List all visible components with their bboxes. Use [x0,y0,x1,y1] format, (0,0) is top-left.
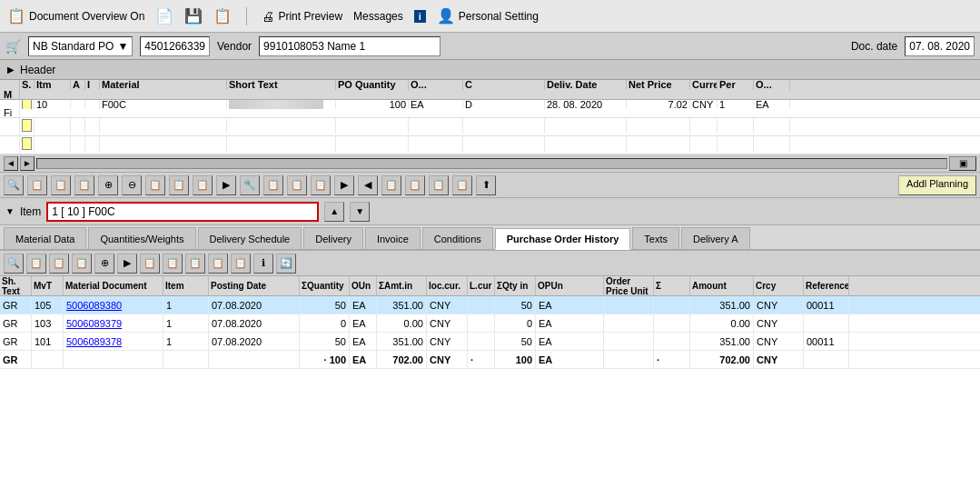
hrow2-mvt: 103 [32,314,64,332]
po-type-dropdown[interactable]: NB Standard PO ▼ [28,36,133,56]
header-expand-icon[interactable]: ▶ [7,65,15,75]
item-input-value: 1 [ 10 ] F00C [52,205,114,218]
scroll-track[interactable] [36,158,947,169]
table-scrollbar[interactable]: ◄ ► ▣ [0,154,980,173]
tab-delivery-schedule[interactable]: Delivery Schedule [198,227,302,249]
personal-setting-label: Personal Setting [459,10,539,23]
personal-setting-icon: 👤 [437,7,455,25]
hrow3-oun: EA [350,333,377,350]
hrow1-doc-link[interactable]: 5006089380 [66,300,122,311]
toolbar-btn-8[interactable]: 📋 [169,175,189,195]
header-section-text: Header [20,64,55,76]
info-btn[interactable]: i [414,10,426,23]
toolbar-btn-2[interactable]: 📋 [27,175,47,195]
hist-btn-7[interactable]: 📋 [140,254,160,274]
toolbar-btn-13[interactable]: 📋 [287,175,307,195]
toolbar-btn-14[interactable]: 📋 [311,175,331,195]
po-type-value: NB Standard PO [33,40,114,53]
hist-btn-3[interactable]: 📋 [49,254,69,274]
tab-delivery[interactable]: Delivery [303,227,363,249]
hist-btn-4[interactable]: 📋 [72,254,92,274]
toolbar-btn-4[interactable]: 📋 [74,175,94,195]
new-doc-btn[interactable]: 📄 [155,7,173,25]
doc-date-field[interactable]: 07. 08. 2020 [905,36,975,56]
hrowt-doc [64,351,163,368]
hist-btn-13[interactable]: 🔄 [276,254,296,274]
toolbar-btn-18[interactable]: 📋 [405,175,425,195]
addl-planning-btn[interactable]: Addl Planning [898,175,976,195]
tab-invoice[interactable]: Invoice [365,227,421,249]
hrow2-qty2: 0 [495,314,536,332]
hist-btn-12[interactable]: ℹ [253,254,273,274]
toolbar-btn-17[interactable]: 📋 [381,175,401,195]
doc-overview-btn[interactable]: 📋 Document Overview On [7,7,144,25]
hist-btn-10[interactable]: 📋 [208,254,228,274]
row-deliv-date: 28. 08. 2020 [545,100,627,109]
tab-quantities-weights[interactable]: Quantities/Weights [88,227,195,249]
hrow1-ref: 00011 [804,296,849,314]
toolbar-btn-15[interactable]: ▶ [334,175,354,195]
tabs-row: Material Data Quantities/Weights Deliver… [0,225,980,251]
hrow3-ref: 00011 [804,333,849,350]
tab-conditions[interactable]: Conditions [422,227,493,249]
item-up-btn[interactable]: ▲ [324,202,344,222]
hrowt-sh: GR [0,351,32,368]
hrow3-item: 1 [163,333,209,350]
history-row-2[interactable]: GR 103 5006089379 1 07.08.2020 0 EA 0.00… [0,314,980,333]
separator-1 [246,7,247,25]
toolbar-btn-19[interactable]: 📋 [429,175,449,195]
toolbar-btn-6[interactable]: ⊖ [122,175,142,195]
toolbar-btn-3[interactable]: 📋 [51,175,71,195]
hist-btn-9[interactable]: 📋 [185,254,205,274]
scroll-right-btn[interactable]: ► [20,156,35,171]
scroll-handle[interactable]: ▣ [949,156,976,171]
save-btn[interactable]: 💾 [184,7,203,25]
hist-btn-8[interactable]: 📋 [163,254,183,274]
vendor-field[interactable]: 9910108053 Name 1 [259,36,441,56]
messages-btn[interactable]: Messages [353,10,403,23]
hrowt-orderpu [604,351,654,368]
scroll-left-btn[interactable]: ◄ [4,156,18,171]
hist-btn-6[interactable]: ▶ [117,254,137,274]
toolbar-btn-20[interactable]: 📋 [452,175,472,195]
toolbar-btn-21[interactable]: ⬆ [476,175,496,195]
hrow3-loccur: CNY [427,333,468,350]
hist-btn-11[interactable]: 📋 [231,254,251,274]
copy-btn[interactable]: 📋 [213,7,232,25]
toolbar-btn-16[interactable]: ◀ [358,175,378,195]
toolbar-btn-10[interactable]: ▶ [216,175,236,195]
item-expand-icon[interactable]: ▼ [5,206,15,216]
messages-label: Messages [353,10,403,23]
personal-setting-btn[interactable]: 👤 Personal Setting [437,7,539,25]
toolbar-btn-1[interactable]: 🔍 [4,175,24,195]
item-input-field[interactable]: 1 [ 10 ] F00C [46,202,319,222]
hist-btn-2[interactable]: 📋 [26,254,46,274]
doc-overview-label: Document Overview On [29,10,144,23]
toolbar-btn-7[interactable]: 📋 [145,175,165,195]
hrowt-opun: EA [536,351,604,368]
tab-material-data[interactable]: Material Data [4,227,86,249]
cart-icon: 🛒 [5,39,21,54]
item-down-btn[interactable]: ▼ [350,202,370,222]
po-number-field[interactable]: 4501266339 [140,36,210,56]
toolbar-btn-9[interactable]: 📋 [193,175,213,195]
toolbar-btn-5[interactable]: ⊕ [98,175,118,195]
tab-texts[interactable]: Texts [632,227,679,249]
hrow2-doc-link[interactable]: 5006089379 [66,318,122,329]
hist-btn-5[interactable]: ⊕ [94,254,114,274]
toolbar-btn-12[interactable]: 📋 [263,175,283,195]
row-s [20,100,35,109]
tab-purchase-order-history[interactable]: Purchase Order History [495,228,631,250]
print-preview-btn[interactable]: 🖨 Print Preview [262,9,342,24]
col-o: O... [409,80,463,90]
toolbar-btn-11[interactable]: 🔧 [240,175,260,195]
hrow1-sigma [654,296,690,314]
hist-btn-1[interactable]: 🔍 [4,254,24,274]
table-row[interactable]: 10 F00C 100 EA D 28. 08. 2020 7.02 CNY 1… [0,100,980,118]
hrow3-doc-link[interactable]: 5006089378 [66,336,122,347]
history-row-1[interactable]: GR 105 5006089380 1 07.08.2020 50 EA 351… [0,296,980,314]
col-po-qty: PO Quantity [336,80,409,90]
hrow2-date: 07.08.2020 [209,314,300,332]
tab-delivery-a[interactable]: Delivery A [681,227,750,249]
history-row-3[interactable]: GR 101 5006089378 1 07.08.2020 50 EA 351… [0,333,980,351]
